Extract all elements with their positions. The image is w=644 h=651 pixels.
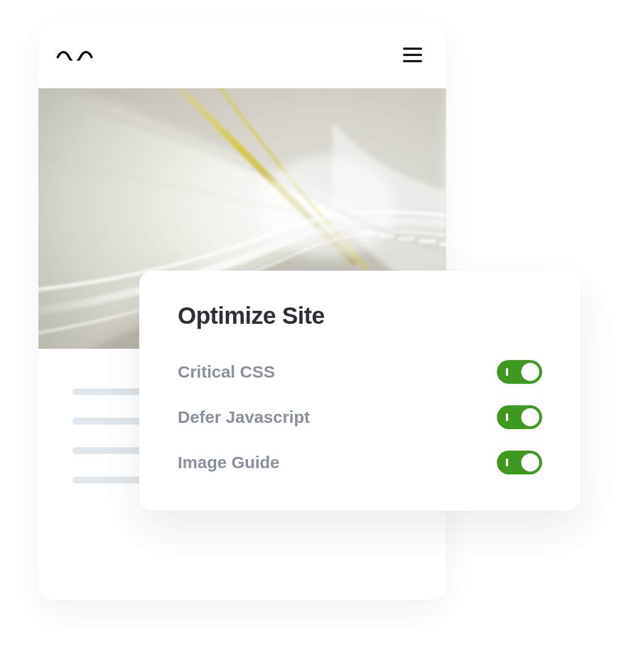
toggle-on-indicator-icon (506, 459, 508, 466)
wave-logo (57, 49, 93, 61)
toggle-knob (521, 453, 539, 472)
svg-point-6 (259, 156, 395, 258)
setting-label: Defer Javascript (178, 408, 310, 427)
setting-label: Image Guide (178, 453, 280, 472)
toggle-on-indicator-icon (506, 413, 508, 421)
toggle-knob (521, 408, 539, 426)
setting-label: Critical CSS (178, 362, 275, 382)
toggle-on-indicator-icon (506, 368, 508, 376)
panel-title: Optimize Site (178, 302, 542, 329)
toggle-image-guide[interactable] (497, 451, 542, 474)
optimize-panel: Optimize Site Critical CSS Defer Javascr… (139, 271, 581, 511)
setting-defer-javascript: Defer Javascript (178, 405, 542, 429)
setting-critical-css: Critical CSS (178, 360, 542, 384)
hamburger-icon[interactable] (403, 48, 422, 62)
preview-header (38, 22, 446, 88)
toggle-defer-javascript[interactable] (497, 405, 542, 429)
setting-image-guide: Image Guide (178, 451, 542, 474)
toggle-knob (521, 363, 539, 381)
toggle-critical-css[interactable] (497, 360, 542, 384)
